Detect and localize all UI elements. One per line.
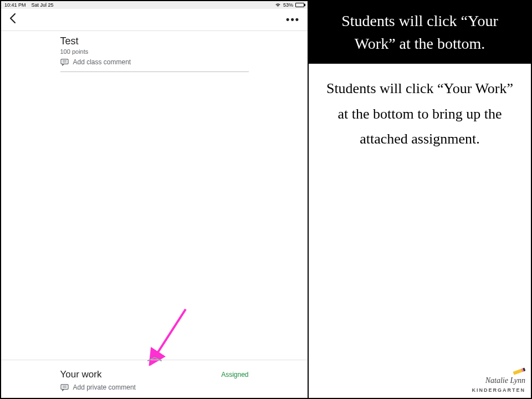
comment-icon xyxy=(60,59,69,66)
your-work-title: Your work xyxy=(60,369,102,380)
ipad-status-bar: 10:41 PM Sat Jul 25 53% xyxy=(1,1,308,9)
watermark-sub: KINDERGARTEN xyxy=(472,387,525,393)
more-options-button[interactable]: ••• xyxy=(286,14,300,25)
instruction-pane: Students will click “Your Work” at the b… xyxy=(309,1,531,398)
drag-handle-icon[interactable] xyxy=(147,356,162,362)
status-time-date: 10:41 PM Sat Jul 25 xyxy=(4,2,54,8)
battery-percent: 53% xyxy=(283,2,293,8)
app-bar: ••• xyxy=(1,9,308,31)
assignment-title: Test xyxy=(60,35,249,47)
assignment-block: Test 100 points Add class comment xyxy=(60,35,249,72)
watermark: Natalie Lynn KINDERGARTEN xyxy=(472,367,525,393)
ipad-screenshot: 10:41 PM Sat Jul 25 53% ••• Test 100 poi xyxy=(1,1,309,398)
assignment-status-badge: Assigned xyxy=(221,371,248,378)
status-right: 53% xyxy=(275,2,304,8)
divider xyxy=(60,71,249,72)
back-button[interactable] xyxy=(9,13,17,27)
assignment-points: 100 points xyxy=(60,48,249,55)
add-private-comment-label: Add private comment xyxy=(73,383,136,391)
comment-icon xyxy=(60,384,69,391)
svg-rect-4 xyxy=(61,384,68,388)
your-work-header: Your work Assigned xyxy=(60,369,249,380)
status-time: 10:41 PM xyxy=(4,2,26,8)
wifi-icon xyxy=(275,3,281,7)
battery-icon xyxy=(295,3,304,7)
watermark-name: Natalie Lynn xyxy=(485,376,525,385)
add-class-comment-label: Add class comment xyxy=(73,58,131,66)
svg-rect-0 xyxy=(61,59,68,63)
tutorial-slide: 10:41 PM Sat Jul 25 53% ••• Test 100 poi xyxy=(0,0,532,399)
add-class-comment-button[interactable]: Add class comment xyxy=(60,58,249,70)
status-date: Sat Jul 25 xyxy=(32,2,54,8)
instruction-header: Students will click “Your Work” at the b… xyxy=(309,1,531,64)
pencil-icon xyxy=(513,367,526,375)
assignment-content: Test 100 points Add class comment xyxy=(1,31,308,360)
add-private-comment-button[interactable]: Add private comment xyxy=(60,383,249,391)
instruction-body: Students will click “Your Work” at the b… xyxy=(309,64,531,164)
your-work-panel[interactable]: Your work Assigned Add private comment xyxy=(1,360,308,398)
